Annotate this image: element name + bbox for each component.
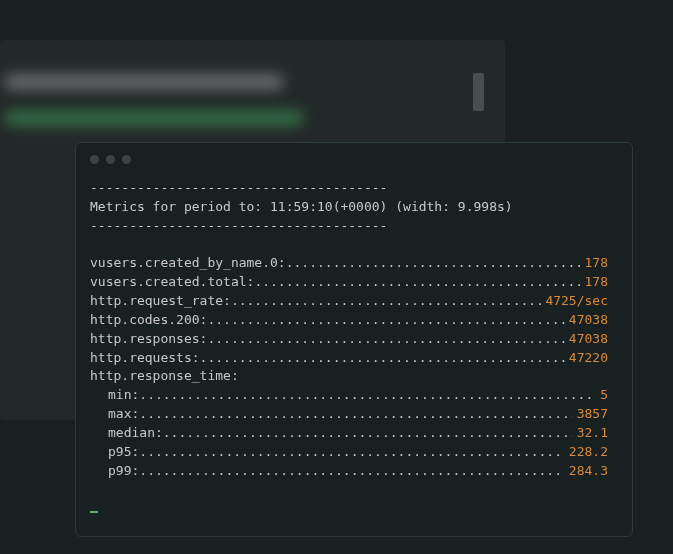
metric-label: vusers.created.total: xyxy=(90,273,254,292)
metric-value: 228.2 xyxy=(565,443,608,462)
dots-fill: ........................................… xyxy=(200,349,565,368)
metric-label: http.codes.200: xyxy=(90,311,207,330)
metric-value: 5 xyxy=(596,386,608,405)
dots-fill: ........................................… xyxy=(139,462,565,481)
metric-value: 178 xyxy=(581,273,608,292)
metric-row: vusers.created.total: ..................… xyxy=(90,273,608,292)
dots-fill: ........................................… xyxy=(231,292,541,311)
dots-fill: ........................................… xyxy=(139,405,572,424)
metric-value: 47038 xyxy=(565,330,608,349)
metric-label: http.request_rate: xyxy=(90,292,231,311)
metric-value: 32.1 xyxy=(573,424,608,443)
cursor xyxy=(90,511,98,513)
metric-label: http.requests: xyxy=(90,349,200,368)
metric-row: http.responses: ........................… xyxy=(90,330,608,349)
metric-label: median: xyxy=(108,424,163,443)
terminal-window: -------------------------------------- M… xyxy=(75,142,633,537)
dots-fill: ........................................… xyxy=(286,254,581,273)
response-time-list: min: ...................................… xyxy=(90,386,608,480)
metric-row: http.requests: .........................… xyxy=(90,349,608,368)
dots-fill: ........................................… xyxy=(207,330,564,349)
metric-row: http.request_rate: .....................… xyxy=(90,292,608,311)
metrics-title: Metrics for period to: 11:59:10(+0000) (… xyxy=(90,198,608,217)
metric-label: p99: xyxy=(108,462,139,481)
window-dot[interactable] xyxy=(106,155,115,164)
dots-fill: ........................................… xyxy=(139,386,596,405)
dots-fill: ........................................… xyxy=(139,443,565,462)
metric-value: 284.3 xyxy=(565,462,608,481)
blurred-text-line xyxy=(4,74,284,90)
dashes-line: -------------------------------------- xyxy=(90,179,608,198)
metric-label: vusers.created_by_name.0: xyxy=(90,254,286,273)
metric-value: 3857 xyxy=(573,405,608,424)
metric-value: 4725/sec xyxy=(541,292,608,311)
metric-row: p95: ...................................… xyxy=(90,443,608,462)
scrollbar-handle[interactable] xyxy=(473,73,484,111)
window-dot[interactable] xyxy=(122,155,131,164)
terminal-output[interactable]: -------------------------------------- M… xyxy=(76,173,616,526)
window-controls xyxy=(76,143,632,164)
dots-fill: ........................................… xyxy=(254,273,580,292)
dots-fill: ........................................… xyxy=(163,424,573,443)
blurred-text-line-green xyxy=(4,110,304,126)
metric-label: max: xyxy=(108,405,139,424)
metric-label: p95: xyxy=(108,443,139,462)
metric-value: 178 xyxy=(581,254,608,273)
metric-label: min: xyxy=(108,386,139,405)
response-time-label: http.response_time: xyxy=(90,367,608,386)
metric-row: max: ...................................… xyxy=(90,405,608,424)
metric-label: http.responses: xyxy=(90,330,207,349)
dots-fill: ........................................… xyxy=(207,311,564,330)
metric-row: p99: ...................................… xyxy=(90,462,608,481)
metric-value: 47038 xyxy=(565,311,608,330)
metric-row: min: ...................................… xyxy=(90,386,608,405)
metric-value: 47220 xyxy=(565,349,608,368)
metrics-list: vusers.created_by_name.0: ..............… xyxy=(90,254,608,367)
dashes-line: -------------------------------------- xyxy=(90,217,608,236)
metric-row: median: ................................… xyxy=(90,424,608,443)
window-dot[interactable] xyxy=(90,155,99,164)
metric-row: http.codes.200: ........................… xyxy=(90,311,608,330)
metric-row: vusers.created_by_name.0: ..............… xyxy=(90,254,608,273)
